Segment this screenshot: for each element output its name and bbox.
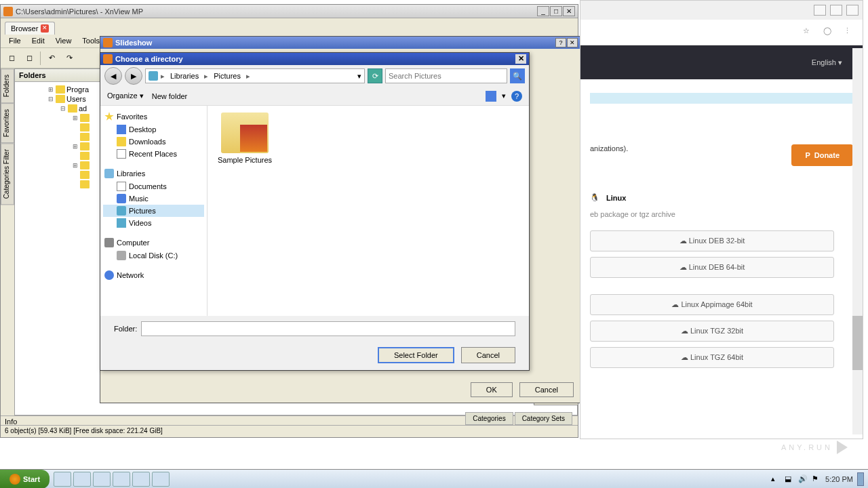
address-bar[interactable]: ▸ Libraries ▸ Pictures ▸ ▾ [145,68,365,83]
sidebar-item-downloads[interactable]: Downloads [103,136,204,148]
sidebar-group-libraries[interactable]: Libraries [103,167,204,180]
side-tab-categories-filter[interactable]: Categories Filter [1,143,14,205]
tray-flag-icon[interactable]: ⚑ [812,474,821,484]
chevron-right-icon[interactable]: ▸ [246,72,250,81]
chevron-right-icon[interactable]: ▸ [161,72,165,81]
tree-toggle-icon[interactable]: ⊟ [60,105,66,112]
avatar-icon[interactable]: ◯ [823,26,835,39]
tab-categories[interactable]: Categories [465,412,513,425]
menu-view[interactable]: View [50,35,77,47]
sidebar-group-network[interactable]: Network [103,268,204,282]
side-tab-folders[interactable]: Folders [1,68,14,103]
donate-button[interactable]: PDonate [791,144,853,166]
help-button[interactable]: ? [555,38,566,47]
search-box[interactable] [385,68,507,83]
sidebar-item-desktop[interactable]: Desktop [103,123,204,136]
download-tgz-32[interactable]: ☁ Linux TGZ 32bit [590,321,834,342]
watermark: ANY.RUN [781,441,848,454]
start-button[interactable]: Start [0,470,50,489]
sidebar-item-pictures[interactable]: Pictures [103,205,204,217]
folder-field-label: Folder: [114,325,137,333]
tree-toggle-icon[interactable]: ⊞ [47,86,54,93]
sidebar-item-videos[interactable]: Videos [103,217,204,229]
ok-button[interactable]: OK [471,382,513,397]
system-tray: ▴ ⬓ 🔊 ⚑ 5:20 PM [767,472,868,486]
breadcrumb[interactable]: Libraries [167,70,201,81]
menu-file[interactable]: File [3,35,26,47]
tree-toggle-icon[interactable]: ⊞ [72,115,79,121]
download-deb-64[interactable]: ☁ Linux DEB 64-bit [590,257,834,278]
taskbar-item-xnview[interactable] [152,472,170,487]
browser-tab[interactable]: Browser ✕ [5,22,55,35]
folder-field[interactable] [141,321,515,336]
close-button[interactable] [846,5,859,16]
minimize-button[interactable] [814,5,826,16]
sidebar-group-computer[interactable]: Computer [103,236,204,249]
chevron-right-icon[interactable]: ▸ [204,72,208,81]
menu-icon[interactable]: ⋮ [844,26,856,39]
taskbar-item-opera[interactable] [132,472,150,487]
chevron-down-icon[interactable]: ▾ [357,72,361,81]
taskbar-item-media[interactable] [93,472,111,487]
minimize-button[interactable]: _ [537,6,549,16]
taskbar-item-ie[interactable] [54,472,71,487]
scrollbar[interactable] [852,48,863,434]
show-desktop[interactable] [857,472,864,486]
language-dropdown[interactable]: English ▾ [812,58,842,67]
star-icon[interactable]: ☆ [803,26,815,39]
nav-forward-button[interactable]: ▶ [125,67,142,85]
tree-toggle-icon[interactable]: ⊞ [72,162,79,169]
view-mode-icon[interactable] [486,91,496,102]
side-tab-favorites[interactable]: Favorites [1,103,14,143]
refresh-button[interactable]: ⟳ [368,68,382,83]
cancel-button[interactable]: Cancel [461,347,515,363]
folder-icon [80,171,90,179]
menu-edit[interactable]: Edit [26,35,50,47]
tray-volume-icon[interactable]: 🔊 [798,474,808,484]
download-tgz-64[interactable]: ☁ Linux TGZ 64bit [590,347,834,368]
organize-menu[interactable]: Organize ▾ [107,92,144,100]
sidebar-item-local-disk[interactable]: Local Disk (C:) [103,249,204,262]
close-button[interactable]: ✕ [563,6,575,16]
sidebar-group-favorites[interactable]: Favorites [103,110,204,123]
download-deb-32[interactable]: ☁ Linux DEB 32-bit [590,230,834,251]
folder-icon [221,113,269,153]
toolbar-btn-1[interactable]: ◻ [3,50,20,66]
close-button[interactable]: ✕ [515,54,526,64]
page-content: anizations). PDonate 🐧 Linux eb package … [580,79,863,398]
folder-content[interactable]: Sample Pictures [208,106,529,316]
sidebar-item-recent[interactable]: Recent Places [103,148,204,160]
tray-expand-icon[interactable]: ▴ [771,474,781,484]
breadcrumb[interactable]: Pictures [211,70,243,81]
folder-item-sample-pictures[interactable]: Sample Pictures [214,113,275,164]
toolbar-btn-2[interactable]: ◻ [21,50,37,66]
close-button[interactable]: ✕ [567,38,578,47]
select-folder-button[interactable]: Select Folder [378,347,454,363]
cancel-button[interactable]: Cancel [519,382,574,397]
maximize-button[interactable] [830,5,842,16]
sidebar-item-music[interactable]: Music [103,192,204,205]
tree-toggle-icon[interactable]: ⊟ [47,96,54,102]
sidebar-item-documents[interactable]: Documents [103,180,204,192]
search-icon[interactable]: 🔍 [510,68,525,83]
tab-close-icon[interactable]: ✕ [41,24,49,33]
choose-directory-dialog: Choose a directory ✕ ◀ ▶ ▸ Libraries ▸ P… [100,52,530,371]
help-icon[interactable]: ? [511,91,522,102]
tray-shield-icon[interactable]: ⬓ [785,474,794,484]
taskbar-item-explorer[interactable] [73,472,91,487]
new-folder-button[interactable]: New folder [152,92,188,100]
back-icon[interactable]: ↶ [43,50,60,66]
chevron-down-icon[interactable]: ▾ [502,92,506,100]
taskbar-item-chrome[interactable] [113,472,130,487]
nav-back-button[interactable]: ◀ [104,67,122,85]
tree-toggle-icon[interactable]: ⊞ [72,143,79,150]
download-appimage-64[interactable]: ☁ Linux Appimage 64bit [590,294,834,315]
forward-icon[interactable]: ↷ [61,50,77,66]
folder-icon [80,123,90,131]
search-input[interactable] [389,72,504,80]
tab-category-sets[interactable]: Category Sets [515,412,572,425]
maximize-button[interactable]: □ [550,6,562,16]
folder-icon [80,114,90,122]
scroll-thumb[interactable] [852,316,863,370]
clock[interactable]: 5:20 PM [825,475,853,483]
